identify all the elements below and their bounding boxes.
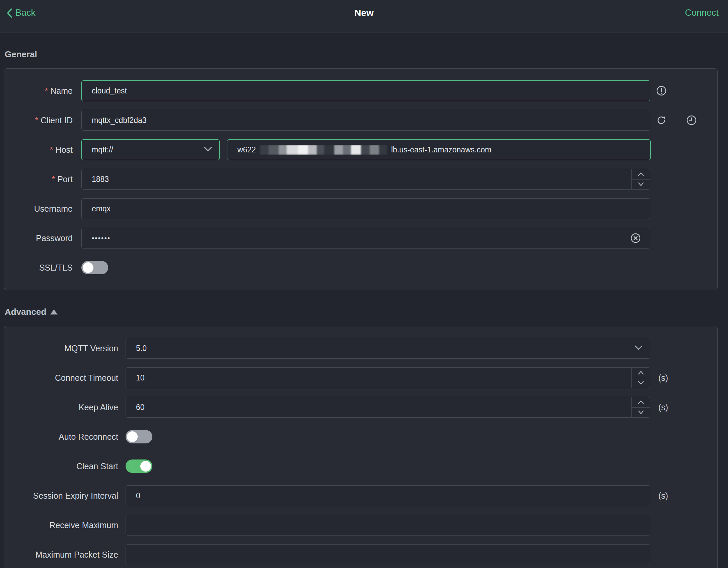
required-asterisk: *: [52, 174, 55, 184]
connect-timeout-input-field[interactable]: [126, 368, 650, 388]
toggle-knob: [127, 431, 138, 442]
ssl-toggle[interactable]: [81, 261, 108, 274]
back-button[interactable]: Back: [6, 8, 35, 18]
clean-start-row: Clean Start: [4, 451, 717, 481]
toggle-knob: [83, 262, 93, 273]
port-stepper: [631, 169, 650, 189]
mqtt-version-label: MQTT Version: [4, 344, 118, 353]
connect-timeout-stepper: [631, 368, 650, 388]
username-label: Username: [4, 204, 73, 214]
top-bar: Back New Connect: [0, 0, 728, 32]
clear-password-icon[interactable]: [630, 232, 641, 244]
session-expiry-input[interactable]: [126, 485, 650, 506]
mqtt-version-select[interactable]: 5.0: [126, 338, 650, 359]
page-title: New: [0, 0, 728, 26]
clean-start-label: Clean Start: [4, 462, 118, 471]
collapse-triangle-icon: [50, 309, 58, 314]
required-asterisk: *: [50, 145, 53, 154]
port-input-field[interactable]: [82, 169, 650, 189]
port-input[interactable]: [81, 169, 650, 190]
host-value-prefix: w622: [237, 145, 256, 154]
protocol-select[interactable]: mqtt://: [81, 139, 220, 160]
chevron-down-icon: [204, 146, 212, 153]
advanced-panel: MQTT Version 5.0 Connect Timeout (s) Kee…: [4, 326, 718, 568]
general-panel: *Name *Client ID *Host mqtt://: [4, 68, 718, 290]
name-row: *Name: [4, 76, 717, 105]
maximum-packet-size-input-field[interactable]: [126, 545, 650, 565]
redacted-host-segment: [260, 145, 387, 155]
session-expiry-label: Session Expiry Interval: [4, 491, 118, 501]
keep-alive-input-field[interactable]: [126, 397, 650, 417]
receive-maximum-input[interactable]: [126, 515, 650, 536]
session-expiry-row: Session Expiry Interval (s): [4, 481, 717, 510]
auto-reconnect-toggle[interactable]: [126, 430, 152, 443]
username-row: Username: [4, 194, 717, 223]
seconds-unit: (s): [658, 403, 668, 412]
client-id-input-field[interactable]: [82, 110, 650, 130]
maximum-packet-size-label: Maximum Packet Size: [4, 550, 118, 560]
username-input-field[interactable]: [82, 199, 650, 219]
name-input[interactable]: [81, 80, 650, 101]
general-section-label: General: [5, 49, 37, 60]
advanced-section-label: Advanced: [5, 307, 46, 317]
ssl-row: SSL/TLS: [4, 253, 717, 282]
keep-alive-row: Keep Alive (s): [4, 393, 717, 422]
client-id-input[interactable]: [81, 110, 650, 131]
name-info-icon[interactable]: [656, 85, 667, 96]
mqtt-version-value: 5.0: [126, 344, 147, 353]
host-input[interactable]: w622 lb.us-east-1.amazonaws.com: [227, 139, 651, 160]
refresh-client-id-icon[interactable]: [656, 115, 667, 126]
password-input-field[interactable]: [82, 228, 650, 248]
stepper-up-icon[interactable]: [632, 397, 650, 408]
keep-alive-label: Keep Alive: [4, 403, 118, 412]
password-input[interactable]: [81, 228, 650, 248]
session-expiry-input-field[interactable]: [126, 486, 650, 506]
connect-button[interactable]: Connect: [685, 8, 719, 18]
port-row: *Port: [4, 164, 717, 194]
username-input[interactable]: [81, 198, 650, 219]
connect-timeout-label: Connect Timeout: [4, 373, 118, 383]
receive-maximum-label: Receive Maximum: [4, 520, 118, 530]
maximum-packet-size-input[interactable]: [126, 544, 650, 565]
clean-start-toggle[interactable]: [126, 459, 152, 473]
connect-timeout-row: Connect Timeout (s): [4, 363, 717, 393]
general-section-title: General: [5, 49, 718, 60]
keep-alive-stepper: [631, 397, 650, 417]
protocol-value: mqtt://: [82, 145, 113, 154]
required-asterisk: *: [35, 116, 38, 125]
auto-reconnect-label: Auto Reconnect: [4, 432, 118, 442]
connect-timeout-input[interactable]: [126, 367, 650, 388]
ssl-label: SSL/TLS: [4, 263, 73, 273]
password-row: Password: [4, 223, 717, 253]
stepper-down-icon[interactable]: [632, 378, 650, 388]
port-label: *Port: [4, 174, 73, 184]
auto-reconnect-row: Auto Reconnect: [4, 422, 717, 451]
client-id-label: *Client ID: [4, 116, 73, 125]
advanced-section-title[interactable]: Advanced: [5, 307, 718, 317]
stepper-down-icon[interactable]: [632, 180, 650, 190]
connection-form: General *Name *Client ID *Host: [0, 49, 728, 568]
back-label: Back: [15, 8, 35, 18]
toggle-knob: [140, 461, 151, 472]
stepper-up-icon[interactable]: [632, 169, 650, 180]
history-clock-icon[interactable]: [686, 115, 697, 126]
name-label: *Name: [4, 86, 73, 96]
maximum-packet-size-row: Maximum Packet Size: [4, 540, 717, 568]
host-value: w622 lb.us-east-1.amazonaws.com: [227, 145, 650, 155]
receive-maximum-input-field[interactable]: [126, 515, 650, 535]
host-label: *Host: [4, 145, 73, 155]
name-input-field[interactable]: [82, 81, 650, 101]
host-value-suffix: lb.us-east-1.amazonaws.com: [391, 145, 491, 154]
client-id-row: *Client ID: [4, 105, 717, 135]
seconds-unit: (s): [658, 491, 668, 501]
chevron-left-icon: [6, 8, 13, 18]
stepper-down-icon[interactable]: [632, 408, 650, 418]
seconds-unit: (s): [658, 373, 668, 383]
password-label: Password: [4, 233, 73, 243]
stepper-up-icon[interactable]: [632, 368, 650, 378]
mqtt-version-row: MQTT Version 5.0: [4, 334, 717, 363]
receive-maximum-row: Receive Maximum: [4, 510, 717, 540]
keep-alive-input[interactable]: [126, 397, 650, 418]
host-row: *Host mqtt:// w622 lb.us-east-1.amazonaw…: [4, 135, 717, 164]
chevron-down-icon: [635, 345, 643, 352]
